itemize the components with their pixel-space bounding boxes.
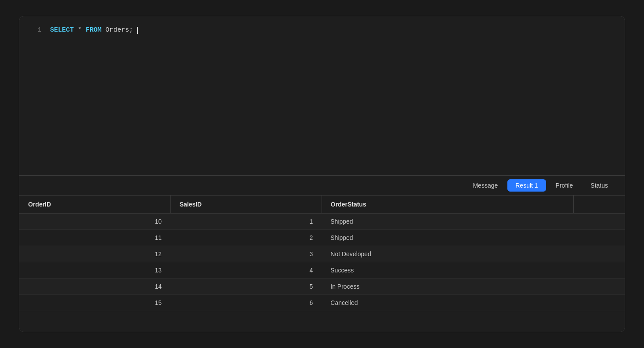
tab-message[interactable]: Message: [465, 179, 506, 192]
cell-empty: [574, 230, 625, 246]
line-number-1: 1: [28, 25, 41, 35]
cell-salesid: 1: [170, 214, 322, 230]
code-content-1: SELECT * FROM Orders;: [50, 25, 138, 36]
cell-salesid: 3: [170, 246, 322, 262]
table-row: 156Cancelled: [19, 295, 625, 311]
cell-empty: [574, 214, 625, 230]
table-row: 134Success: [19, 262, 625, 279]
results-panel: OrderID SalesID OrderStatus 101Shipped11…: [19, 196, 625, 332]
cell-orderid: 11: [19, 230, 170, 246]
cell-empty: [574, 279, 625, 295]
cell-status: Success: [322, 262, 574, 279]
col-header-orderid: OrderID: [19, 196, 170, 214]
table-row: 123Not Developed: [19, 246, 625, 262]
cell-salesid: 4: [170, 262, 322, 279]
cell-status: In Process: [322, 279, 574, 295]
code-line-1: 1 SELECT * FROM Orders;: [19, 25, 625, 36]
cell-salesid: 5: [170, 279, 322, 295]
cell-status: Shipped: [322, 230, 574, 246]
col-header-orderstatus: OrderStatus: [322, 196, 574, 214]
results-tab-bar: Message Result 1 Profile Status: [19, 176, 625, 196]
table-row: 101Shipped: [19, 214, 625, 230]
keyword-select: SELECT: [50, 26, 74, 34]
tab-status[interactable]: Status: [582, 179, 616, 192]
keyword-from: FROM: [86, 26, 101, 34]
cell-status: Shipped: [322, 214, 574, 230]
table-row: 112Shipped: [19, 230, 625, 246]
cell-orderid: 10: [19, 214, 170, 230]
cell-salesid: 2: [170, 230, 322, 246]
tab-profile[interactable]: Profile: [548, 179, 581, 192]
cell-empty: [574, 262, 625, 279]
sql-editor[interactable]: 1 SELECT * FROM Orders;: [19, 16, 625, 176]
results-table: OrderID SalesID OrderStatus 101Shipped11…: [19, 196, 625, 311]
col-header-salesid: SalesID: [170, 196, 322, 214]
cell-status: Cancelled: [322, 295, 574, 311]
text-cursor: [137, 27, 138, 34]
cell-status: Not Developed: [322, 246, 574, 262]
table-row: 145In Process: [19, 279, 625, 295]
cell-empty: [574, 295, 625, 311]
cell-empty: [574, 246, 625, 262]
cell-orderid: 12: [19, 246, 170, 262]
table-header-row: OrderID SalesID OrderStatus: [19, 196, 625, 214]
main-window: 1 SELECT * FROM Orders; Message Result 1…: [19, 16, 625, 332]
cell-orderid: 14: [19, 279, 170, 295]
col-header-empty: [574, 196, 625, 214]
cell-orderid: 13: [19, 262, 170, 279]
cell-salesid: 6: [170, 295, 322, 311]
code-plain-2: Orders;: [105, 26, 133, 34]
cell-orderid: 15: [19, 295, 170, 311]
code-plain-1: *: [78, 26, 86, 34]
tab-result1[interactable]: Result 1: [507, 179, 546, 192]
